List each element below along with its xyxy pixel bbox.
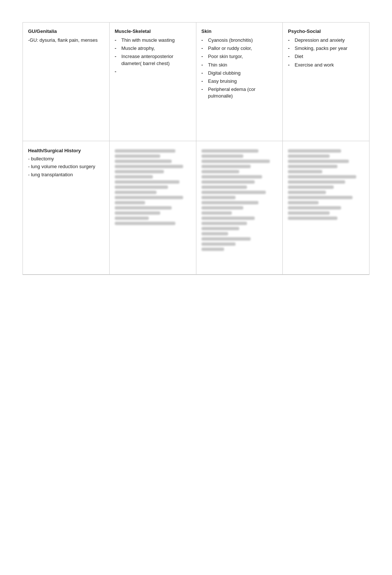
skin-item-3: - Poor skin turgor,: [202, 53, 278, 60]
cell-psycho-social: Psycho-Social - Depression and anxiety -…: [283, 23, 369, 141]
blur-line: [115, 160, 172, 163]
muscle-item-1: - Thin with muscle wasting: [115, 37, 191, 44]
blurred-content-3: [202, 149, 278, 251]
skin-item-6: - Easy bruising: [202, 78, 278, 85]
psycho-dash-2: -: [288, 45, 293, 52]
muscle-item-2-text: Muscle atrophy,: [121, 45, 155, 52]
skin-item-4: - Thin skin: [202, 62, 278, 68]
blurred-content-2: [115, 149, 191, 225]
cell-muscle-skeletal: Muscle-Skeletal - Thin with muscle wasti…: [110, 23, 196, 141]
psycho-dash-4: -: [288, 62, 293, 68]
cell-health-history: Health/Surgical History - bullectomy - l…: [23, 141, 110, 274]
blur-line: [288, 175, 356, 178]
skin-item-2-text: Pallor or ruddy color,: [208, 45, 252, 52]
cell-blurred-4: [283, 141, 369, 274]
grid-table: GU/Genitalia -GU: dysuria, flank pain, m…: [23, 22, 369, 275]
psycho-dash-3: -: [288, 53, 293, 60]
skin-item-4-text: Thin skin: [208, 62, 227, 68]
main-content: GU/Genitalia -GU: dysuria, flank pain, m…: [22, 22, 370, 275]
cell-blurred-3: [196, 141, 283, 274]
blur-line: [288, 211, 330, 215]
skin-dash-4: -: [202, 62, 207, 68]
psycho-dash-1: -: [288, 37, 293, 44]
muscle-item-1-text: Thin with muscle wasting: [121, 37, 175, 44]
psycho-item-4-text: Exercise and work: [295, 62, 334, 68]
blur-line: [202, 175, 262, 178]
blur-line: [288, 206, 341, 210]
skin-dash-7: -: [202, 86, 207, 93]
skin-dash-2: -: [202, 45, 207, 52]
blur-line: [202, 186, 247, 189]
blur-line: [115, 165, 183, 168]
psycho-item-1: - Depression and anxiety: [288, 37, 364, 44]
skin-item-7-text: Peripheral edema (cor pulmonalle): [208, 86, 278, 99]
health-history-content: Health/Surgical History - bullectomy - l…: [28, 147, 104, 178]
psycho-item-2: - Smoking, packs per year: [288, 45, 364, 52]
blur-line: [202, 160, 270, 163]
muscle-item-4: -: [115, 68, 191, 75]
psycho-title: Psycho-Social: [288, 28, 364, 34]
blur-line: [115, 191, 157, 194]
health-item-2: - lung volume reduction surgery: [28, 163, 104, 170]
psycho-list: - Depression and anxiety - Smoking, pack…: [288, 37, 364, 68]
muscle-item-2: - Muscle atrophy,: [115, 45, 191, 52]
blur-line: [202, 206, 243, 210]
skin-item-1: - Cyanosis (bronchitis): [202, 37, 278, 44]
skin-item-5-text: Digital clubbing: [208, 70, 241, 76]
muscle-item-3: - Increase anteroposterior diameter( bar…: [115, 53, 191, 67]
health-title: Health/Surgical History: [28, 147, 104, 154]
muscle-item-3-text: Increase anteroposterior diameter( barre…: [121, 53, 191, 67]
psycho-item-3: - Diet: [288, 53, 364, 60]
skin-item-5: - Digital clubbing: [202, 70, 278, 76]
skin-list: - Cyanosis (bronchitis) - Pallor or rudd…: [202, 37, 278, 100]
skin-item-7: - Peripheral edema (cor pulmonalle): [202, 86, 278, 99]
blur-line: [115, 170, 164, 173]
blur-line: [288, 160, 349, 163]
dash-2: -: [115, 45, 120, 52]
dash-1: -: [115, 37, 120, 44]
gu-title: GU/Genitalia: [28, 28, 104, 34]
blur-line: [288, 191, 326, 194]
blur-line: [202, 165, 251, 168]
psycho-item-4: - Exercise and work: [288, 62, 364, 68]
skin-dash-1: -: [202, 37, 207, 44]
blur-line: [202, 201, 258, 204]
row-1: GU/Genitalia -GU: dysuria, flank pain, m…: [23, 23, 369, 141]
skin-item-1-text: Cyanosis (bronchitis): [208, 37, 253, 44]
muscle-list: - Thin with muscle wasting - Muscle atro…: [115, 37, 191, 75]
blur-line: [115, 206, 172, 210]
skin-dash-6: -: [202, 78, 207, 85]
skin-dash-5: -: [202, 70, 207, 76]
blur-line: [202, 237, 251, 241]
blurred-content-4: [288, 149, 364, 220]
blur-line: [288, 186, 333, 189]
blur-line: [115, 222, 176, 225]
blur-line: [288, 170, 322, 173]
blur-line: [202, 232, 228, 235]
blur-line: [202, 196, 236, 199]
skin-item-6-text: Easy bruising: [208, 78, 237, 85]
blur-line: [115, 196, 183, 199]
skin-title: Skin: [202, 28, 278, 34]
health-item-1: - bullectomy: [28, 155, 104, 163]
cell-gu-genitalia: GU/Genitalia -GU: dysuria, flank pain, m…: [23, 23, 110, 141]
skin-item-3-text: Poor skin turgor,: [208, 53, 243, 60]
blur-line: [115, 186, 168, 189]
dash-3: -: [115, 53, 120, 60]
blur-line: [202, 217, 255, 220]
psycho-item-2-text: Smoking, packs per year: [295, 45, 347, 52]
cell-blurred-2: [110, 141, 196, 274]
row-2: Health/Surgical History - bullectomy - l…: [23, 141, 369, 275]
blur-line: [115, 211, 160, 215]
blur-line: [288, 201, 318, 204]
blur-line: [202, 248, 224, 251]
blur-line: [202, 154, 243, 158]
blur-line: [202, 191, 266, 194]
blur-line: [202, 180, 255, 184]
blur-line: [115, 217, 149, 220]
gu-content: -GU: dysuria, flank pain, menses: [28, 37, 98, 43]
skin-dash-3: -: [202, 53, 207, 60]
blur-line: [288, 180, 345, 184]
dash-4: -: [115, 68, 120, 75]
blur-line: [288, 165, 337, 168]
